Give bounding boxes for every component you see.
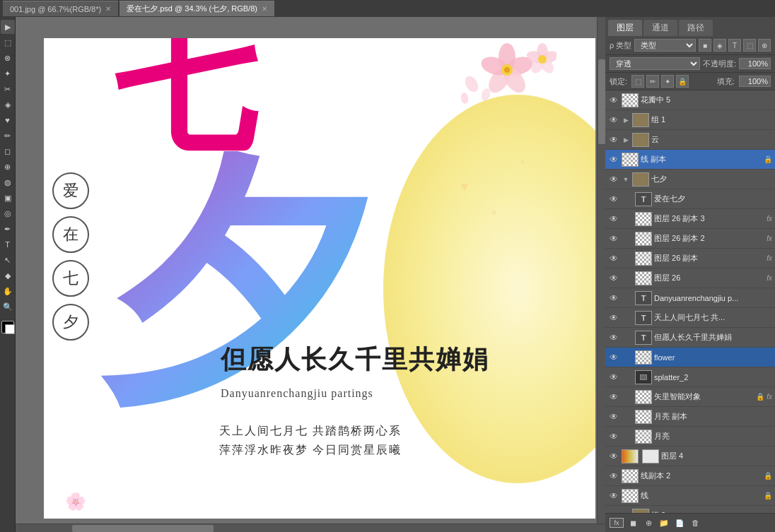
new-layer-icon[interactable]: 📄 [673,516,686,529]
tab-psd[interactable]: 爱在七夕.psd @ 34.3% (七夕, RGB/8) ✕ [120,1,274,16]
eye-icon-11[interactable]: 👁 [608,312,619,324]
canvas-scroll-horizontal[interactable] [16,524,605,532]
layer-item-layer26[interactable]: 👁 图层 26 fx [605,268,775,288]
layer-item-danyuan-main-text[interactable]: 👁 T 但愿人长久千里共婵娟 [605,328,775,348]
tool-select[interactable]: ⬚ [1,35,15,49]
eye-icon-6[interactable]: 👁 [608,213,619,225]
tab-001jpg-close[interactable]: ✕ [105,5,111,13]
eye-icon-16[interactable]: 👁 [608,411,619,422]
tool-hand[interactable]: ✋ [1,284,15,298]
layer-item-layer4[interactable]: 👁 图层 4 [605,447,775,466]
expand-arrow-4[interactable]: ▼ [622,175,630,184]
layer-item-group2[interactable]: 👁 ▶ 组 2 [605,506,775,513]
layer-item-group1[interactable]: 👁 ▶ 组 1 [605,110,775,130]
fill-input[interactable] [739,76,771,87]
eye-icon-4[interactable]: 👁 [608,174,619,185]
lock-transparent-icon[interactable]: ⬚ [631,75,644,88]
tool-gradient[interactable]: ▣ [1,191,15,205]
tool-lasso[interactable]: ⊗ [1,51,15,65]
layer-item-moon[interactable]: 👁 月亮 [605,427,775,447]
eye-icon-18[interactable]: 👁 [608,451,619,462]
layer-item-yun[interactable]: 👁 ▶ 云 [605,130,775,150]
canvas-area[interactable]: 七 夕 [16,17,605,532]
tool-pen[interactable]: ✒ [1,222,15,236]
eye-icon-19[interactable]: 👁 [608,471,619,482]
lock-pixels-icon[interactable]: ✏ [646,75,659,88]
panel-tab-layers[interactable]: 图层 [608,20,642,36]
tab-001jpg[interactable]: 001.jpg @ 66.7%(RGB/8*) ✕ [3,1,118,16]
eye-icon-12[interactable]: 👁 [608,332,619,343]
eye-icon-1[interactable]: 👁 [608,114,619,126]
panel-tab-channels[interactable]: 通道 [643,20,677,36]
layer-item-xian-copy[interactable]: 👁 线 副本 🔒 [605,150,775,170]
layer-item-moon-copy[interactable]: 👁 月亮 副本 [605,407,775,427]
eye-icon-7[interactable]: 👁 [608,233,619,244]
eye-icon-14[interactable]: 👁 [608,372,619,383]
filter-text-icon[interactable]: T [728,39,741,52]
layer-item-qixi-group[interactable]: 👁 ▼ 七夕 [605,170,775,189]
layer-item-xian[interactable]: 👁 线 🔒 [605,486,775,506]
layer-item-xian-copy2[interactable]: 👁 线副本 2 🔒 [605,466,775,486]
tool-crop[interactable]: ✂ [1,82,15,96]
lock-position-icon[interactable]: ✦ [661,75,674,88]
tool-heal[interactable]: ♥ [1,113,15,127]
layer-item-flower[interactable]: 👁 flower [605,348,775,367]
layer-item-smart-obj[interactable]: 👁 矢里智能对象 🔒 fx [605,387,775,407]
layer-item-aizaixi-text[interactable]: 👁 T 爱在七夕 [605,189,775,209]
blend-mode-select[interactable]: 穿透 正常 正片叠底 [610,57,700,70]
side-char-ai: 爱 [52,172,89,209]
eye-icon-2[interactable]: 👁 [608,134,619,146]
add-mask-icon[interactable]: ◼ [627,516,639,529]
filter-shape-icon[interactable]: ⬚ [743,39,756,52]
layers-list[interactable]: 👁 花瓣中 5 👁 ▶ 组 1 👁 ▶ 云 👁 [605,90,775,513]
eye-icon-15[interactable]: 👁 [608,391,619,403]
eye-icon-8[interactable]: 👁 [608,253,619,264]
expand-arrow-2[interactable]: ▶ [622,136,630,144]
tool-wand[interactable]: ✦ [1,66,15,81]
layer-item-huabianzhong5[interactable]: 👁 花瓣中 5 [605,90,775,110]
layer-item-layer26-copy2[interactable]: 👁 图层 26 副本 2 fx [605,229,775,249]
filter-adjust-icon[interactable]: ◈ [713,39,726,52]
layer-item-tianshang-text[interactable]: 👁 T 天上人间七月七 共... [605,308,775,328]
eye-icon-0[interactable]: 👁 [608,95,619,106]
tool-zoom[interactable]: 🔍 [1,300,15,314]
tool-shape[interactable]: ◆ [1,268,15,283]
layer-name-19: 线副本 2 [641,471,762,481]
expand-arrow-1[interactable]: ▶ [622,116,630,124]
filter-smart-icon[interactable]: ⊕ [758,39,771,52]
opacity-input[interactable] [739,58,771,69]
lock-all-icon[interactable]: 🔒 [676,75,689,88]
layer-item-layer26-copy3[interactable]: 👁 图层 26 副本 3 fx [605,209,775,229]
eye-icon-13[interactable]: 👁 [608,352,619,363]
eye-icon-21[interactable]: 👁 [608,510,619,514]
eye-icon-17[interactable]: 👁 [608,431,619,442]
new-group-icon[interactable]: 📁 [658,516,670,529]
tab-psd-close[interactable]: ✕ [262,5,267,13]
eye-icon-3[interactable]: 👁 [608,154,619,165]
add-style-icon[interactable]: fx [610,518,624,528]
tool-text[interactable]: T [1,237,15,252]
layer-item-splatter2[interactable]: 👁 splatter_2 [605,367,775,387]
tool-fg-color[interactable] [1,321,14,333]
expand-arrow-21[interactable]: ▶ [622,512,630,514]
tool-eraser[interactable]: ◍ [1,175,15,189]
canvas-scroll-vertical[interactable] [597,17,605,524]
search-type-select[interactable]: 类型 [634,39,696,52]
panel-tab-paths[interactable]: 路径 [679,20,713,36]
eye-icon-9[interactable]: 👁 [608,273,619,284]
layer-item-layer26-copy[interactable]: 👁 图层 26 副本 fx [605,249,775,268]
tool-clone[interactable]: ◻ [1,144,15,158]
filter-pixel-icon[interactable]: ■ [699,39,711,52]
tool-eyedrop[interactable]: ◈ [1,97,15,112]
tool-move[interactable]: ▶ [1,20,15,34]
layer-item-danyuan-text[interactable]: 👁 T Danyuanrenchangjiu p... [605,288,775,308]
eye-icon-20[interactable]: 👁 [608,490,619,502]
eye-icon-5[interactable]: 👁 [608,194,619,205]
delete-layer-icon[interactable]: 🗑 [689,516,701,529]
tool-dodge[interactable]: ◎ [1,206,15,220]
tool-history[interactable]: ⊕ [1,160,15,174]
tool-path[interactable]: ↖ [1,253,15,267]
eye-icon-10[interactable]: 👁 [608,292,619,304]
tool-brush[interactable]: ✏ [1,129,15,143]
new-adjustment-icon[interactable]: ⊕ [642,516,655,529]
